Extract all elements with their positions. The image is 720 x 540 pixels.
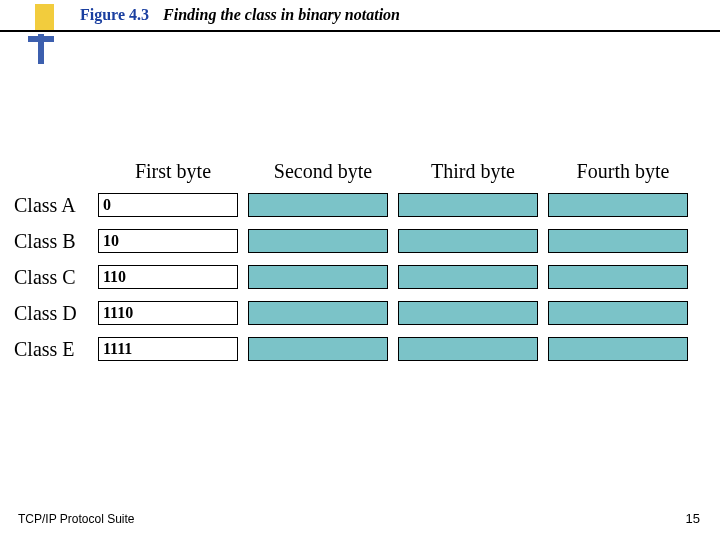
class-table: First byte Second byte Third byte Fourth… — [8, 160, 708, 373]
page-number: 15 — [686, 511, 700, 526]
byte-cell — [248, 301, 388, 325]
byte-cell — [398, 265, 538, 289]
byte-cell — [248, 265, 388, 289]
footer-text: TCP/IP Protocol Suite — [18, 512, 135, 526]
table-row: Class C 110 — [8, 265, 708, 289]
byte-cell — [548, 301, 688, 325]
byte-cell — [398, 229, 538, 253]
byte-cell — [248, 193, 388, 217]
row-label: Class E — [8, 338, 98, 361]
table-row: Class A 0 — [8, 193, 708, 217]
col-third-byte: Third byte — [398, 160, 548, 183]
figure-number: Figure 4.3 — [80, 6, 149, 24]
byte-cell — [548, 265, 688, 289]
column-header-row: First byte Second byte Third byte Fourth… — [98, 160, 708, 183]
figure-header: Figure 4.3 Finding the class in binary n… — [0, 0, 720, 24]
table-row: Class B 10 — [8, 229, 708, 253]
first-byte-cell: 110 — [98, 265, 238, 289]
row-label: Class B — [8, 230, 98, 253]
byte-cell — [398, 193, 538, 217]
col-fourth-byte: Fourth byte — [548, 160, 698, 183]
byte-cell — [548, 193, 688, 217]
byte-cell — [248, 337, 388, 361]
figure-title: Finding the class in binary notation — [163, 6, 400, 24]
first-byte-cell: 1110 — [98, 301, 238, 325]
byte-cell — [398, 301, 538, 325]
table-row: Class D 1110 — [8, 301, 708, 325]
byte-cell — [548, 337, 688, 361]
row-label: Class C — [8, 266, 98, 289]
byte-cell — [398, 337, 538, 361]
row-label: Class D — [8, 302, 98, 325]
first-byte-cell: 1111 — [98, 337, 238, 361]
byte-cell — [548, 229, 688, 253]
table-row: Class E 1111 — [8, 337, 708, 361]
slide-logo — [28, 4, 54, 64]
header-rule — [0, 30, 720, 32]
col-second-byte: Second byte — [248, 160, 398, 183]
col-first-byte: First byte — [98, 160, 248, 183]
first-byte-cell: 10 — [98, 229, 238, 253]
row-label: Class A — [8, 194, 98, 217]
first-byte-cell: 0 — [98, 193, 238, 217]
byte-cell — [248, 229, 388, 253]
